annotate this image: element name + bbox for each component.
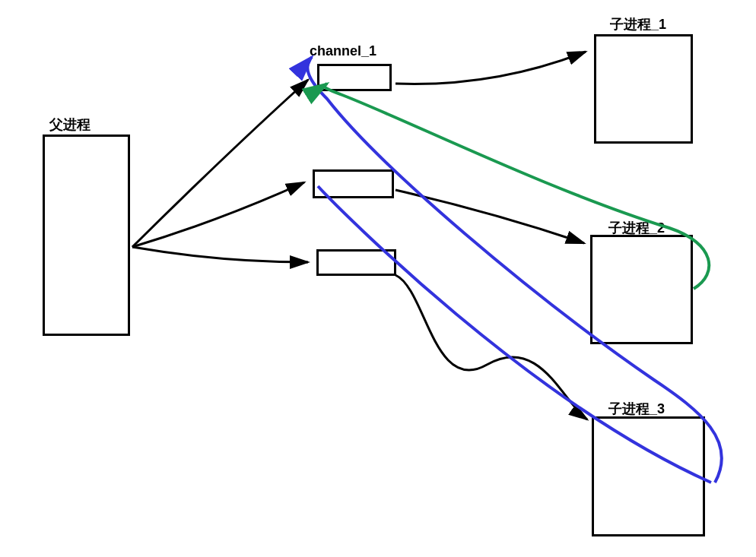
channel-1-label: channel_1	[310, 43, 376, 59]
arrow-channel3-to-child3	[395, 275, 587, 419]
parent-process-label: 父进程	[49, 116, 91, 134]
channel-2-box	[313, 169, 394, 198]
child-1-label: 子进程_1	[610, 15, 666, 33]
arrow-parent-to-channel2	[132, 182, 304, 247]
arrow-parent-to-channel3	[132, 247, 308, 262]
child-2-box	[590, 235, 693, 344]
channel-1-box	[317, 64, 392, 91]
channel-3-box	[316, 249, 396, 276]
parent-process-box	[43, 135, 130, 336]
arrow-channel1-to-child1	[395, 52, 586, 84]
arrow-parent-to-channel1	[132, 80, 308, 247]
child-1-box	[594, 34, 693, 144]
child-2-label: 子进程_2	[608, 219, 665, 237]
arrow-channel2-to-child2	[395, 190, 584, 243]
child-3-box	[592, 416, 705, 536]
child-3-label: 子进程_3	[608, 400, 665, 418]
